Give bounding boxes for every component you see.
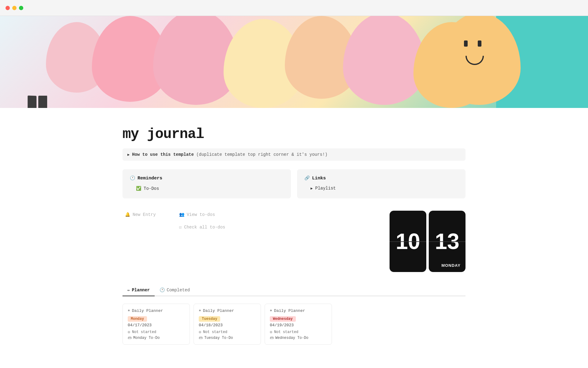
planner-date-0: 04/17/2023 <box>128 323 185 328</box>
day-badge-wednesday: Wednesday <box>270 316 296 322</box>
tab-completed[interactable]: 🕐 Completed <box>155 284 195 296</box>
check-all-icon: ☑ <box>179 224 182 230</box>
new-entry-button[interactable]: 🔔 New Entry <box>123 211 158 218</box>
playlist-label: Playlist <box>315 186 336 191</box>
status-row-1: Not started <box>199 330 256 334</box>
todo-label-0: Monday To-Do <box>133 336 160 340</box>
status-row-0: Not started <box>128 330 185 334</box>
actions-mid: 👥 View to-dos ☑ Check all to-dos <box>177 211 228 231</box>
links-header: Links <box>304 175 458 181</box>
planner-tab-icon: ✏️ <box>127 287 130 293</box>
status-label-2: Not started <box>274 330 298 334</box>
planner-card-label-1: Daily Planner <box>203 309 234 313</box>
planner-card-title-2: ☀ Daily Planner <box>270 308 327 313</box>
planner-card-wednesday[interactable]: ☀ Daily Planner Wednesday 04/19/2023 Not… <box>265 304 332 345</box>
clock-widget: 10 13 MONDAY <box>390 211 466 272</box>
balloon-6 <box>343 16 426 105</box>
callout-light: (duplicate template top right corner & i… <box>196 152 327 157</box>
dot-yellow[interactable] <box>12 6 17 10</box>
book-left <box>28 95 36 108</box>
planner-date-2: 04/19/2023 <box>270 323 327 328</box>
actions-left: 🔔 New Entry <box>123 211 158 218</box>
check-all-label: Check all to-dos <box>184 225 225 230</box>
page-icon-area <box>28 96 48 108</box>
main-content: my journal ▶ How to use this template (d… <box>95 108 493 357</box>
todo-row-2: 🗃 Wednesday To-Do <box>270 335 327 340</box>
new-entry-icon: 🔔 <box>125 212 130 217</box>
planner-date-1: 04/18/2023 <box>199 323 256 328</box>
todo-row-0: 🗃 Monday To-Do <box>128 335 185 340</box>
callout-bold: How to use this template <box>132 152 194 157</box>
day-badge-monday: Monday <box>128 316 147 322</box>
check-icon <box>136 186 141 191</box>
planner-card-label-0: Daily Planner <box>132 309 163 313</box>
status-dot-2 <box>270 331 272 333</box>
book-right <box>38 95 47 108</box>
planner-grid: ☀ Daily Planner Monday 04/17/2023 Not st… <box>123 304 466 345</box>
links-label: Links <box>312 176 326 181</box>
reminders-header: Reminders <box>130 175 284 181</box>
window-bar <box>0 0 588 16</box>
status-row-2: Not started <box>270 330 327 334</box>
clock-hour: 10 <box>390 211 426 272</box>
dot-green[interactable] <box>19 6 23 10</box>
hero-banner <box>0 16 588 108</box>
play-icon <box>311 186 313 191</box>
view-todos-icon: 👥 <box>179 212 184 217</box>
tray-icon-0: 🗃 <box>128 335 131 340</box>
planner-card-monday[interactable]: ☀ Daily Planner Monday 04/17/2023 Not st… <box>123 304 190 345</box>
clock-day-label: MONDAY <box>441 263 461 268</box>
completed-tab-label: Completed <box>167 288 190 293</box>
tray-icon-1: 🗃 <box>199 335 202 340</box>
view-todos-button[interactable]: 👥 View to-dos <box>177 211 228 218</box>
status-dot-0 <box>128 331 130 333</box>
planner-card-tuesday[interactable]: ☀ Daily Planner Tuesday 04/18/2023 Not s… <box>194 304 261 345</box>
actions-row: 🔔 New Entry 👥 View to-dos ☑ Check all to… <box>123 211 466 272</box>
planner-card-title-0: ☀ Daily Planner <box>128 308 185 313</box>
template-callout[interactable]: ▶ How to use this template (duplicate te… <box>123 148 466 161</box>
todo-row-1: 🗃 Tuesday To-Do <box>199 335 256 340</box>
dot-red[interactable] <box>6 6 10 10</box>
check-all-todos-button[interactable]: ☑ Check all to-dos <box>177 223 228 231</box>
two-col-section: Reminders To-Dos Links Playlist <box>123 169 466 198</box>
new-entry-label: New Entry <box>133 212 156 217</box>
tray-icon-2: 🗃 <box>270 335 273 340</box>
view-todos-label: View to-dos <box>187 212 215 217</box>
tab-planner[interactable]: ✏️ Planner <box>123 284 155 296</box>
link-icon <box>304 175 310 181</box>
book-icon <box>28 96 48 108</box>
todo-label-1: Tuesday To-Do <box>204 336 233 340</box>
clock-hour-value: 10 <box>396 229 420 254</box>
status-label-1: Not started <box>203 330 227 334</box>
planner-tab-label: Planner <box>132 288 150 293</box>
day-badge-tuesday: Tuesday <box>199 316 220 322</box>
callout-arrow-icon: ▶ <box>127 152 130 157</box>
smiley-mouth <box>466 56 484 65</box>
todo-label-2: Wednesday To-Do <box>275 336 308 340</box>
smiley-eye-left <box>464 40 468 47</box>
links-card: Links Playlist <box>297 169 466 198</box>
tabs-row: ✏️ Planner 🕐 Completed <box>123 284 466 296</box>
page-title: my journal <box>123 126 466 142</box>
smiley-balloon <box>438 16 521 105</box>
sun-icon-0: ☀ <box>128 308 130 313</box>
completed-tab-icon: 🕐 <box>160 287 165 293</box>
clock-minute: 13 MONDAY <box>429 211 466 272</box>
planner-card-title-1: ☀ Daily Planner <box>199 308 256 313</box>
planner-card-label-2: Daily Planner <box>274 309 305 313</box>
sun-icon-1: ☀ <box>199 308 201 313</box>
playlist-item[interactable]: Playlist <box>304 185 458 192</box>
clock-icon <box>130 175 135 181</box>
clock-minute-value: 13 <box>435 229 459 254</box>
sun-icon-2: ☀ <box>270 308 272 313</box>
status-label-0: Not started <box>132 330 156 334</box>
todos-label: To-Dos <box>144 186 159 191</box>
smiley-eye-right <box>478 40 481 47</box>
status-dot-1 <box>199 331 201 333</box>
reminders-label: Reminders <box>138 176 162 181</box>
todos-item[interactable]: To-Dos <box>130 185 284 192</box>
reminders-card: Reminders To-Dos <box>123 169 291 198</box>
